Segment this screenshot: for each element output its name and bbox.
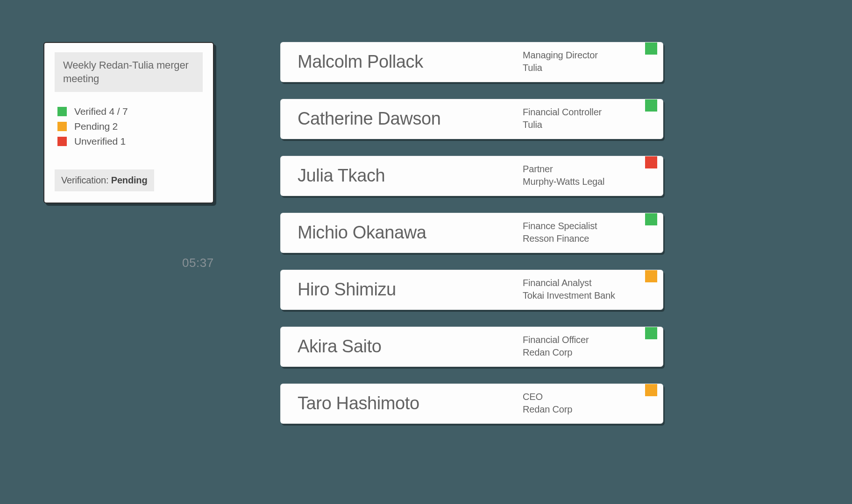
attendee-meta: Financial ControllerTulia [523, 106, 649, 131]
attendee-card[interactable]: Akira SaitoFinancial OfficerRedan Corp [280, 327, 663, 367]
attendee-card[interactable]: Michio OkanawaFinance SpecialistResson F… [280, 213, 663, 253]
attendee-org: Resson Finance [523, 232, 649, 245]
legend-verified-label: Verified 4 / 7 [74, 106, 128, 117]
attendee-card[interactable]: Julia TkachPartnerMurphy-Watts Legal [280, 156, 663, 196]
attendee-org: Tulia [523, 119, 649, 131]
attendee-name: Julia Tkach [298, 166, 523, 186]
meeting-title: Weekly Redan-Tulia merger meeting [63, 59, 194, 85]
attendee-card[interactable]: Catherine DawsonFinancial ControllerTuli… [280, 99, 663, 139]
status-badge [645, 270, 657, 282]
attendee-role: Managing Director [523, 49, 649, 62]
meeting-summary-panel: Weekly Redan-Tulia merger meeting Verifi… [43, 42, 214, 203]
attendee-name: Taro Hashimoto [298, 393, 523, 413]
attendee-org: Redan Corp [523, 346, 649, 359]
attendee-role: Financial Analyst [523, 277, 649, 289]
status-badge [645, 384, 657, 396]
status-badge [645, 42, 657, 55]
attendee-card[interactable]: Taro HashimotoCEORedan Corp [280, 384, 663, 424]
legend-verified: Verified 4 / 7 [57, 106, 203, 117]
attendee-meta: Finance SpecialistResson Finance [523, 220, 649, 245]
attendee-org: Redan Corp [523, 403, 649, 416]
verification-status: Verification: Pending [55, 169, 154, 191]
square-icon [57, 137, 67, 146]
status-badge [645, 156, 657, 168]
attendee-role: Finance Specialist [523, 220, 649, 232]
attendee-org: Tokai Investment Bank [523, 289, 649, 302]
attendee-org: Murphy-Watts Legal [523, 175, 649, 188]
legend-pending-label: Pending 2 [74, 121, 118, 132]
attendee-meta: Financial AnalystTokai Investment Bank [523, 277, 649, 302]
status-value: Pending [111, 175, 148, 185]
attendee-role: Financial Officer [523, 334, 649, 346]
status-prefix: Verification: [61, 175, 111, 185]
legend-unverified: Unverified 1 [57, 136, 203, 147]
attendee-role: Partner [523, 163, 649, 175]
attendee-name: Michio Okanawa [298, 223, 523, 243]
attendee-org: Tulia [523, 62, 649, 74]
square-icon [57, 122, 67, 131]
attendee-card[interactable]: Malcolm PollackManaging DirectorTulia [280, 42, 663, 82]
attendee-meta: CEORedan Corp [523, 391, 649, 416]
status-badge [645, 99, 657, 112]
attendee-name: Malcolm Pollack [298, 52, 523, 72]
meeting-title-box: Weekly Redan-Tulia merger meeting [55, 52, 203, 92]
attendee-meta: Financial OfficerRedan Corp [523, 334, 649, 359]
attendee-name: Catherine Dawson [298, 109, 523, 129]
attendee-name: Akira Saito [298, 336, 523, 357]
session-timer: 05:37 [182, 256, 214, 270]
attendee-list: Malcolm PollackManaging DirectorTuliaCat… [280, 42, 663, 424]
verification-legend: Verified 4 / 7 Pending 2 Unverified 1 [55, 106, 203, 147]
attendee-role: CEO [523, 391, 649, 403]
attendee-meta: PartnerMurphy-Watts Legal [523, 163, 649, 188]
attendee-name: Hiro Shimizu [298, 280, 523, 300]
attendee-meta: Managing DirectorTulia [523, 49, 649, 74]
attendee-role: Financial Controller [523, 106, 649, 119]
legend-pending: Pending 2 [57, 121, 203, 132]
status-badge [645, 213, 657, 225]
attendee-card[interactable]: Hiro ShimizuFinancial AnalystTokai Inves… [280, 270, 663, 310]
square-icon [57, 107, 67, 116]
legend-unverified-label: Unverified 1 [74, 136, 126, 147]
status-badge [645, 327, 657, 339]
